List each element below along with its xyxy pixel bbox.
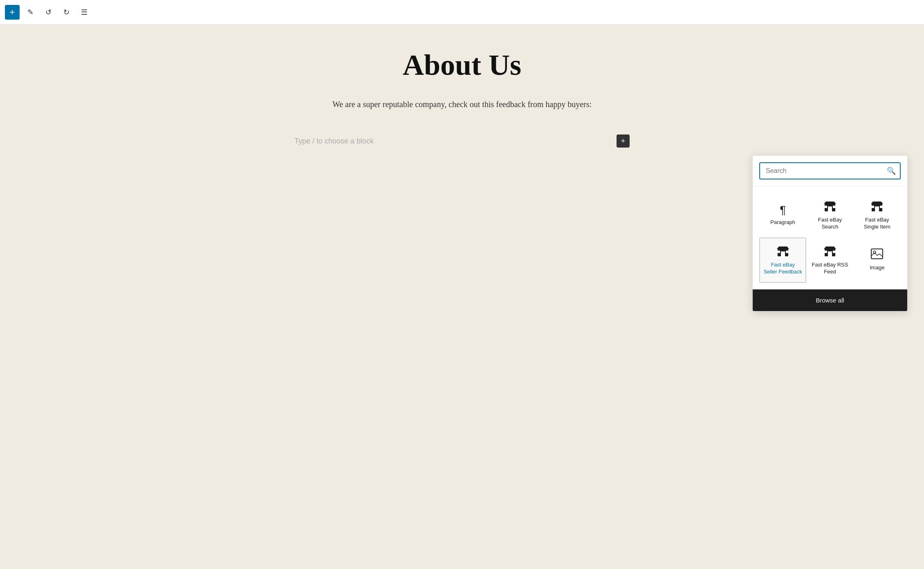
block-picker-popup: 🔍 ¶ Paragraph Fast eBay Search xyxy=(752,155,908,311)
svg-rect-5 xyxy=(875,206,879,211)
fast-ebay-rss-feed-icon xyxy=(824,245,836,258)
svg-rect-6 xyxy=(872,206,874,208)
search-input[interactable] xyxy=(759,162,901,179)
fast-ebay-seller-feedback-icon xyxy=(777,245,789,258)
block-item-paragraph[interactable]: ¶ Paragraph xyxy=(759,193,806,237)
block-picker-search-area: 🔍 xyxy=(753,156,907,186)
block-grid: ¶ Paragraph Fast eBay Search xyxy=(753,186,907,289)
search-wrapper: 🔍 xyxy=(759,162,901,179)
block-item-paragraph-label: Paragraph xyxy=(770,219,795,226)
add-block-button[interactable]: + xyxy=(5,5,20,20)
svg-rect-11 xyxy=(786,251,788,253)
block-item-image-label: Image xyxy=(870,264,884,271)
redo-icon: ↻ xyxy=(63,8,70,17)
block-item-image[interactable]: Image xyxy=(854,237,901,283)
block-item-fast-ebay-single-item-label: Fast eBay Single Item xyxy=(857,217,897,231)
fast-ebay-single-item-icon xyxy=(871,200,883,213)
svg-rect-13 xyxy=(828,251,832,256)
page-subtitle: We are a super reputable company, check … xyxy=(294,98,630,111)
inline-add-button[interactable]: + xyxy=(617,134,630,148)
pen-button[interactable]: ✎ xyxy=(23,5,38,20)
redo-button[interactable]: ↻ xyxy=(59,5,74,20)
page-title: About Us xyxy=(294,49,630,81)
menu-icon: ☰ xyxy=(81,8,87,17)
svg-rect-3 xyxy=(833,206,835,208)
paragraph-icon: ¶ xyxy=(780,204,786,216)
undo-button[interactable]: ↺ xyxy=(41,5,56,20)
block-item-fast-ebay-seller-feedback[interactable]: Fast eBay Seller Feedback xyxy=(759,237,806,283)
block-item-fast-ebay-rss-feed[interactable]: Fast eBay RSS Feed xyxy=(806,237,853,283)
browse-all-button[interactable]: Browse all xyxy=(753,289,907,311)
image-icon xyxy=(871,249,883,261)
svg-rect-1 xyxy=(828,206,832,211)
block-item-fast-ebay-seller-feedback-label: Fast eBay Seller Feedback xyxy=(763,262,802,276)
fast-ebay-search-icon xyxy=(824,200,836,213)
block-item-fast-ebay-search-label: Fast eBay Search xyxy=(810,217,850,231)
svg-rect-7 xyxy=(880,206,882,208)
svg-rect-14 xyxy=(825,251,827,253)
block-item-fast-ebay-single-item[interactable]: Fast eBay Single Item xyxy=(854,193,901,237)
block-item-fast-ebay-rss-feed-label: Fast eBay RSS Feed xyxy=(810,262,850,276)
svg-rect-15 xyxy=(833,251,835,253)
svg-rect-16 xyxy=(871,249,883,259)
placeholder-text: Type / to choose a block xyxy=(294,137,374,146)
menu-button[interactable]: ☰ xyxy=(77,5,92,20)
undo-icon: ↺ xyxy=(45,8,52,17)
block-item-fast-ebay-search[interactable]: Fast eBay Search xyxy=(806,193,853,237)
page-content: About Us We are a super reputable compan… xyxy=(278,25,646,192)
svg-rect-10 xyxy=(778,251,780,253)
toolbar: + ✎ ↺ ↻ ☰ xyxy=(0,0,924,25)
pen-icon: ✎ xyxy=(27,8,34,17)
svg-rect-9 xyxy=(781,251,785,256)
svg-rect-2 xyxy=(825,206,827,208)
block-placeholder-area[interactable]: Type / to choose a block + xyxy=(294,131,630,151)
